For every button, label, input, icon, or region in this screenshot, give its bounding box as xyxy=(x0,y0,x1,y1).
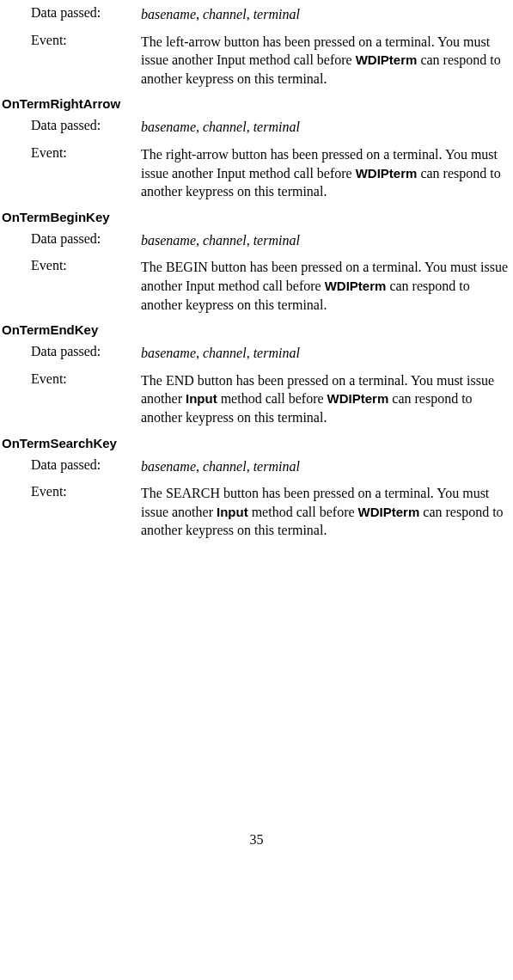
data-passed-value: basename, channel, terminal xyxy=(141,118,513,137)
wdipterm-word: WDIPterm xyxy=(327,391,389,406)
data-passed-label: Data passed: xyxy=(31,5,141,24)
event-value: The left-arrow button has been pressed o… xyxy=(141,33,513,89)
data-passed-label: Data passed: xyxy=(31,457,141,476)
event-label: Event: xyxy=(31,33,141,89)
wdipterm-word: WDIPterm xyxy=(358,505,420,519)
data-passed-value: basename, channel, terminal xyxy=(141,231,513,250)
data-passed-row: Data passed: basename, channel, terminal xyxy=(31,344,513,363)
event-row: Event: The SEARCH button has been presse… xyxy=(31,484,513,540)
data-passed-value: basename, channel, terminal xyxy=(141,457,513,476)
event-row: Event: The END button has been pressed o… xyxy=(31,371,513,427)
data-passed-row: Data passed: basename, channel, terminal xyxy=(31,457,513,476)
data-passed-value: basename, channel, terminal xyxy=(141,5,513,24)
event-label: Event: xyxy=(31,371,141,427)
data-passed-value: basename, channel, terminal xyxy=(141,344,513,363)
data-passed-label: Data passed: xyxy=(31,231,141,250)
data-passed-row: Data passed: basename, channel, terminal xyxy=(31,5,513,24)
event-row: Event: The left-arrow button has been pr… xyxy=(31,33,513,89)
event-value: The END button has been pressed on a ter… xyxy=(141,371,513,427)
wdipterm-word: WDIPterm xyxy=(356,52,418,67)
event-label: Event: xyxy=(31,258,141,314)
data-passed-row: Data passed: basename, channel, terminal xyxy=(31,231,513,250)
section-heading: OnTermBeginKey xyxy=(2,210,513,224)
input-word: Input xyxy=(217,505,248,519)
event-value: The right-arrow button has been pressed … xyxy=(141,145,513,201)
event-text-mid: method call before xyxy=(248,505,358,519)
input-word: Input xyxy=(186,391,217,406)
event-value: The SEARCH button has been pressed on a … xyxy=(141,484,513,540)
section-heading: OnTermEndKey xyxy=(2,322,513,337)
event-row: Event: The right-arrow button has been p… xyxy=(31,145,513,201)
event-value: The BEGIN button has been pressed on a t… xyxy=(141,258,513,314)
event-text-mid: method call before xyxy=(217,391,327,406)
event-row: Event: The BEGIN button has been pressed… xyxy=(31,258,513,314)
wdipterm-word: WDIPterm xyxy=(356,166,418,181)
section-heading: OnTermSearchKey xyxy=(2,436,513,450)
event-label: Event: xyxy=(31,484,141,540)
section-heading: OnTermRightArrow xyxy=(2,96,513,111)
data-passed-label: Data passed: xyxy=(31,344,141,363)
page-number: 35 xyxy=(0,832,513,848)
data-passed-row: Data passed: basename, channel, terminal xyxy=(31,118,513,137)
doc-page: Data passed: basename, channel, terminal… xyxy=(0,0,513,865)
event-label: Event: xyxy=(31,145,141,201)
data-passed-label: Data passed: xyxy=(31,118,141,137)
wdipterm-word: WDIPterm xyxy=(325,279,387,293)
